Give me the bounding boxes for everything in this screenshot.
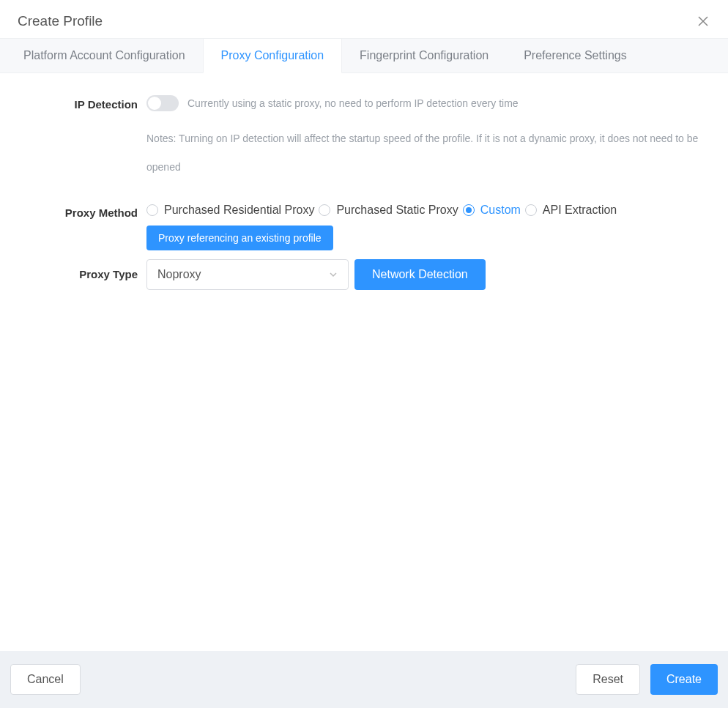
label-proxy-type: Proxy Type (0, 259, 146, 280)
cancel-button[interactable]: Cancel (10, 664, 81, 695)
select-value: Noproxy (157, 268, 329, 281)
chevron-down-icon (329, 270, 338, 279)
radio-label: API Extraction (543, 204, 617, 217)
dialog-footer: Cancel Reset Create (0, 651, 728, 708)
ip-detection-switch[interactable] (146, 95, 179, 111)
close-icon (697, 15, 709, 27)
create-button[interactable]: Create (650, 664, 718, 695)
close-button[interactable] (696, 14, 710, 29)
proxy-type-select[interactable]: Noproxy (146, 259, 349, 290)
create-profile-dialog: Create Profile Platform Account Configur… (0, 0, 728, 708)
tab-content: IP Detection Currently using a static pr… (0, 73, 728, 651)
tab-preference[interactable]: Preference Settings (506, 39, 645, 72)
tab-proxy[interactable]: Proxy Configuration (203, 39, 343, 73)
radio-label: Custom (480, 204, 521, 217)
tab-bar: Platform Account Configuration Proxy Con… (0, 38, 728, 73)
row-ip-detection: IP Detection Currently using a static pr… (0, 95, 728, 182)
radio-static[interactable]: Purchased Static Proxy (319, 204, 458, 217)
radio-circle-icon (319, 204, 330, 216)
ip-detection-notes: Notes: Turning on IP detection will affe… (146, 124, 718, 182)
radio-api[interactable]: API Extraction (525, 204, 617, 217)
radio-residential[interactable]: Purchased Residential Proxy (146, 204, 314, 217)
reset-button[interactable]: Reset (576, 664, 640, 695)
radio-circle-icon (146, 204, 158, 216)
label-proxy-method: Proxy Method (0, 204, 146, 219)
ip-detection-hint: Currently using a static proxy, no need … (187, 97, 519, 109)
dialog-title: Create Profile (18, 13, 103, 29)
switch-knob (148, 97, 161, 110)
row-proxy-type: Proxy Type Noproxy Network Detection (0, 259, 728, 290)
network-detection-button[interactable]: Network Detection (354, 259, 486, 290)
tab-platform[interactable]: Platform Account Configuration (6, 39, 203, 72)
radio-circle-icon (463, 204, 475, 216)
radio-custom[interactable]: Custom (463, 204, 521, 217)
radio-label: Purchased Residential Proxy (164, 204, 314, 217)
radio-label: Purchased Static Proxy (336, 204, 458, 217)
dialog-header: Create Profile (0, 0, 728, 38)
proxy-method-radio-group: Purchased Residential Proxy Purchased St… (146, 204, 718, 217)
label-ip-detection: IP Detection (0, 95, 146, 111)
tab-fingerprint[interactable]: Fingerprint Configuration (342, 39, 506, 72)
row-proxy-method: Proxy Method Purchased Residential Proxy… (0, 204, 728, 250)
radio-circle-icon (525, 204, 537, 216)
proxy-reference-button[interactable]: Proxy referencing an existing profile (146, 226, 333, 250)
